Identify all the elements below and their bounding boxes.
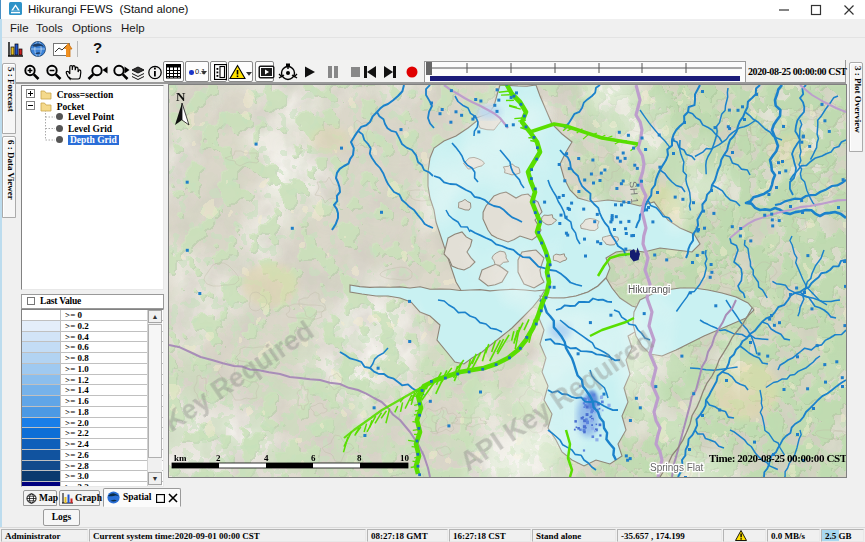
svg-text:N: N — [176, 89, 186, 104]
svg-text:Time: 2020-08-25 00:00:00 CST: Time: 2020-08-25 00:00:00 CST — [709, 452, 846, 464]
svg-text:km: km — [174, 453, 187, 463]
svg-text:6: 6 — [311, 453, 316, 463]
svg-text:10: 10 — [400, 453, 410, 463]
svg-text:4: 4 — [264, 453, 269, 463]
svg-text:2: 2 — [216, 453, 221, 463]
svg-text:8: 8 — [357, 453, 362, 463]
svg-text:Springs Flat: Springs Flat — [650, 462, 704, 473]
svg-text:SH 1: SH 1 — [628, 181, 641, 205]
svg-text:Hikurangi: Hikurangi — [628, 284, 670, 295]
